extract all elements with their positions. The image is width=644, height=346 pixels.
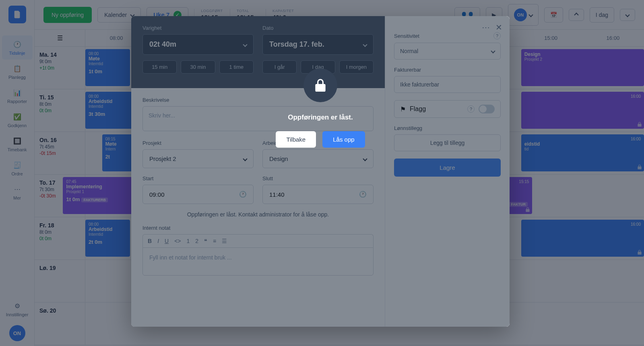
date-select[interactable]: Torsdag 17. feb.	[262, 34, 374, 55]
clock-icon: 🕐	[359, 191, 367, 198]
close-button[interactable]: ✕	[495, 23, 502, 32]
sensitivity-select[interactable]: Normal	[394, 43, 501, 60]
bold-button[interactable]: B	[148, 238, 152, 244]
project-label: Prosjekt	[142, 140, 254, 146]
start-value: 09:00	[149, 191, 165, 198]
end-value: 11:40	[269, 191, 285, 198]
quote-button[interactable]: ❝	[204, 238, 207, 244]
end-time-input[interactable]: 11:40🕐	[262, 185, 374, 204]
clock-icon: 🕐	[239, 191, 247, 198]
flag-icon: ⚑	[400, 105, 406, 113]
unlock-button[interactable]: Lås opp	[322, 131, 365, 148]
save-button[interactable]: Lagre	[394, 159, 501, 177]
ul-button[interactable]: ☰	[222, 238, 227, 244]
billable-value: Ikke fakturerbar	[394, 76, 501, 93]
description-label: Beskrivelse	[142, 97, 374, 103]
italic-button[interactable]: I	[157, 238, 159, 244]
project-value: Prosjekt 2	[149, 155, 176, 162]
modal-left-pane: Varighet 02t 40m Dato Torsdag 17. feb. 1…	[131, 16, 385, 327]
ol-button[interactable]: ≡	[213, 238, 216, 244]
duration-value: 02t 40m	[149, 40, 176, 49]
back-button[interactable]: Tilbake	[276, 131, 316, 148]
duration-chip[interactable]: 30 min	[181, 60, 215, 74]
sensitivity-value: Normal	[400, 48, 418, 54]
start-label: Start	[142, 175, 254, 181]
modal-header: Varighet 02t 40m Dato Torsdag 17. feb. 1…	[131, 16, 385, 88]
flag-toggle[interactable]	[479, 105, 495, 113]
salary-label: Lønnstillegg	[394, 125, 422, 131]
chevron-down-icon	[243, 157, 247, 161]
sensitivity-label: Sensitivitet	[394, 33, 419, 39]
note-label: Internt notat	[142, 225, 374, 231]
date-label: Dato	[262, 25, 374, 31]
duration-chip[interactable]: 1 time	[219, 60, 254, 74]
date-chip[interactable]: I dag	[301, 60, 335, 74]
entry-modal: Varighet 02t 40m Dato Torsdag 17. feb. 1…	[131, 16, 510, 327]
date-value: Torsdag 17. feb.	[269, 40, 324, 49]
locked-message: Oppføringen er låst. Kontakt administrat…	[142, 211, 374, 218]
worktype-select[interactable]: Design	[262, 149, 374, 168]
flag-row: ⚑ Flagg ?	[394, 100, 501, 118]
h1-button[interactable]: 1	[187, 238, 190, 244]
duration-chip[interactable]: 15 min	[142, 60, 177, 74]
duration-label: Varighet	[142, 25, 254, 31]
editor-toolbar: B I U <> 1 2 ❝ ≡ ☰	[142, 234, 374, 247]
more-button[interactable]: ⋯	[482, 23, 490, 32]
description-input[interactable]	[142, 106, 374, 131]
help-icon[interactable]: ?	[467, 105, 475, 113]
billable-label: Fakturerbar	[394, 67, 421, 73]
note-editor[interactable]: Fyll inn et notat for internt bruk ...	[142, 247, 374, 276]
help-icon[interactable]: ?	[493, 32, 501, 39]
worktype-value: Design	[269, 155, 288, 162]
end-label: Slutt	[262, 175, 374, 181]
chevron-down-icon	[363, 157, 367, 161]
start-time-input[interactable]: 09:00🕐	[142, 185, 254, 204]
project-select[interactable]: Prosjekt 2	[142, 149, 254, 168]
date-chip[interactable]: I går	[262, 60, 297, 74]
chevron-down-icon	[363, 42, 367, 47]
code-button[interactable]: <>	[174, 238, 181, 244]
h2-button[interactable]: 2	[195, 238, 198, 244]
duration-select[interactable]: 02t 40m	[142, 34, 254, 55]
modal-right-pane: ⋯ ✕ Sensitivitet? Normal Fakturerbar Ikk…	[385, 16, 510, 327]
underline-button[interactable]: U	[165, 238, 169, 244]
date-chip[interactable]: I morgen	[339, 60, 374, 74]
add-salary-button[interactable]: Legg til tillegg	[394, 134, 501, 151]
flag-label: Flagg	[410, 105, 463, 113]
chevron-down-icon	[491, 49, 495, 53]
chevron-down-icon	[243, 42, 247, 47]
